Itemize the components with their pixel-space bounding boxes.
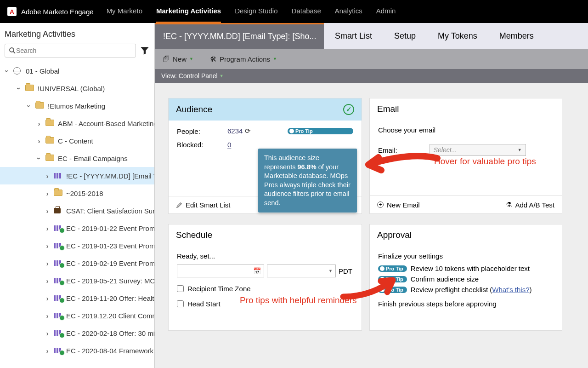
protip-badge[interactable]: Pro Tip (288, 128, 353, 134)
timezone-label: PDT (339, 267, 352, 275)
chevron-icon[interactable] (44, 172, 51, 180)
tree-item[interactable]: CSAT: Client Satisfaction Surv (0, 202, 154, 219)
chevron-icon[interactable] (44, 329, 51, 337)
svg-line-1 (13, 52, 15, 53)
chevron-icon[interactable] (44, 224, 51, 232)
edit-smartlist-button[interactable]: Edit Smart List (176, 201, 231, 209)
protip-badge[interactable]: Pro Tip (378, 276, 407, 282)
nav-design-studio[interactable]: Design Studio (235, 0, 277, 23)
tab-my-tokens[interactable]: My Tokens (427, 23, 488, 49)
blocked-value[interactable]: 0 (227, 141, 288, 149)
email-label: Email: (378, 146, 397, 154)
program-icon (54, 259, 63, 267)
protip-tooltip: This audience size represents 96.8% of y… (258, 149, 357, 213)
tab-setup[interactable]: Setup (383, 23, 427, 49)
nav-database[interactable]: Database (292, 0, 321, 23)
nav-analytics[interactable]: Analytics (335, 0, 362, 23)
tree-item[interactable]: C - Content (0, 132, 154, 150)
checklist-item: Review preflight checklist (What's this?… (411, 286, 532, 293)
tree-item[interactable]: !Etumos Marketing (0, 97, 154, 115)
blocked-label: Blocked: (177, 141, 227, 149)
tree-item[interactable]: 01 - Global (0, 62, 154, 80)
tree-item[interactable]: EC - 2019-11-20 Offer: Health A (0, 289, 154, 307)
sidebar: Marketing Activities 01 - Global!UNIVERS… (0, 23, 155, 368)
new-menu[interactable]: 🗐New▼ (163, 55, 193, 63)
tree-item[interactable]: EC - 2020-08-04 Framework (0, 342, 154, 359)
tab-smart-list[interactable]: Smart List (324, 23, 383, 49)
folder-icon (45, 137, 55, 144)
tree-item[interactable]: EC - Email Campaigns (0, 150, 154, 167)
chevron-icon[interactable] (44, 207, 51, 215)
tree-label: !UNIVERSAL (Global) (38, 85, 105, 92)
tab-members[interactable]: Members (488, 23, 545, 49)
chevron-icon[interactable] (36, 155, 42, 162)
checklist-item: Confirm audience size (411, 275, 479, 283)
approval-subtitle: Finalize your settings (378, 252, 554, 260)
tree-label: EC - 2019-02-19 Event Promo: (66, 259, 154, 267)
breadcrumb-tab[interactable]: !EC - [YYYY.MM.DD] [Email Type]: [Sho... (155, 23, 324, 49)
tree-item[interactable]: EC - 2020-02-18 Offer: 30 min (0, 324, 154, 342)
chevron-icon[interactable] (44, 312, 51, 320)
tree-item[interactable]: EC - 2019-01-23 Event Promo: (0, 237, 154, 254)
chevron-icon[interactable] (36, 120, 42, 127)
chevron-icon[interactable] (4, 67, 10, 75)
protip-badge[interactable]: Pro Tip (378, 287, 407, 293)
tree-item[interactable]: ABM - Account-Based Marketing (0, 115, 154, 132)
protip-badge[interactable]: Pro Tip (378, 265, 407, 272)
program-icon (54, 347, 63, 354)
view-bar[interactable]: View: Control Panel▼ (155, 69, 588, 83)
chevron-icon[interactable] (44, 259, 51, 267)
chevron-icon[interactable] (44, 294, 51, 302)
recipient-tz-checkbox[interactable]: Recipient Time Zone (177, 285, 353, 293)
date-input[interactable]: 📅 (177, 264, 264, 277)
head-start-checkbox[interactable]: Head Start (177, 300, 353, 308)
filter-icon[interactable] (140, 46, 150, 56)
tree-item[interactable]: !UNIVERSAL (Global) (0, 80, 154, 97)
audience-card: Audience ✓ People: 6234 ⟳ Pro Tip Blocke… (169, 98, 362, 213)
tree-item[interactable]: EC - 2019.12.20 Client Comm: (0, 307, 154, 324)
schedule-card: Schedule Ready, set... 📅 ▼ PDT Recipient… (169, 224, 362, 330)
folder-icon (45, 155, 55, 162)
whats-this-link[interactable]: What's this? (492, 286, 529, 293)
refresh-icon[interactable]: ⟳ (245, 127, 251, 135)
tree-item[interactable]: EC - 2019-05-21 Survey: MOPs (0, 272, 154, 289)
approval-note: Finish previous steps before approving (378, 300, 554, 308)
nav-my-marketo[interactable]: My Marketo (107, 0, 142, 23)
tree-label: EC - 2019.12.20 Client Comm: (66, 312, 154, 320)
program-icon (54, 242, 63, 249)
tree-label: EC - 2019-01-23 Event Promo: (66, 242, 154, 250)
sidebar-title: Marketing Activities (0, 23, 154, 44)
people-value[interactable]: 6234 (227, 127, 243, 135)
tree-label: EC - 2019-01-22 Event Promo: (66, 224, 154, 232)
chevron-icon[interactable] (44, 347, 51, 355)
chevron-icon[interactable] (44, 190, 51, 197)
svg-point-0 (10, 48, 14, 52)
email-title: Email (377, 104, 399, 114)
schedule-title: Schedule (176, 230, 212, 240)
tree-item[interactable]: ~2015-2018 (0, 184, 154, 202)
email-select[interactable]: Select... (430, 144, 526, 156)
tree-item[interactable]: !EC - [YYYY.MM.DD] [Email Ty (0, 167, 154, 184)
chevron-icon[interactable] (44, 242, 51, 250)
nav-marketing-activities[interactable]: Marketing Activities (156, 0, 221, 23)
tree-item[interactable]: EC - 2019-01-22 Event Promo: (0, 219, 154, 237)
program-icon (54, 277, 63, 284)
schedule-subtitle: Ready, set... (177, 252, 353, 260)
ab-test-button[interactable]: ⚗Add A/B Test (506, 201, 554, 209)
briefcase-icon (54, 207, 63, 214)
tree-item[interactable]: EC - 2019-02-19 Event Promo: (0, 254, 154, 272)
folder-icon (54, 190, 63, 197)
chevron-icon[interactable] (36, 137, 42, 145)
program-actions-menu[interactable]: 🛠Program Actions▼ (210, 55, 277, 63)
tree-label: EC - 2019-11-20 Offer: Health A (66, 294, 154, 302)
chevron-icon[interactable] (16, 85, 22, 92)
time-input[interactable]: ▼ (267, 264, 336, 277)
tree-label: EC - Email Campaigns (58, 155, 128, 162)
chevron-icon[interactable] (26, 102, 32, 110)
chevron-icon[interactable] (44, 277, 51, 285)
nav-admin[interactable]: Admin (376, 0, 396, 23)
new-email-button[interactable]: +New Email (377, 201, 420, 209)
tab-bar: !EC - [YYYY.MM.DD] [Email Type]: [Sho...… (155, 23, 588, 49)
search-input[interactable] (5, 44, 136, 58)
tree-label: EC - 2020-02-18 Offer: 30 min (66, 329, 154, 337)
